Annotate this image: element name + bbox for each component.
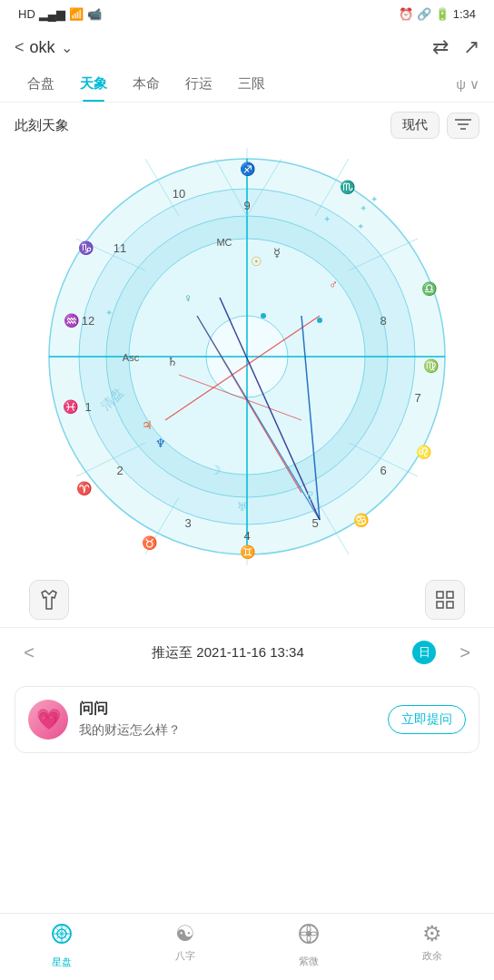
- svg-text:☽: ☽: [210, 463, 222, 477]
- svg-text:♒: ♒: [64, 313, 80, 328]
- chart-bottom-bar: [0, 573, 494, 627]
- svg-text:♐: ♐: [240, 162, 256, 177]
- switch-icon[interactable]: ⇄: [432, 35, 449, 59]
- nav-item-zhengyu[interactable]: ⚙ 政余: [405, 921, 459, 969]
- ask-question-button[interactable]: 立即提问: [388, 705, 466, 734]
- tab-benming[interactable]: 本命: [120, 66, 173, 102]
- svg-text:♆: ♆: [155, 436, 166, 450]
- svg-text:♄: ♄: [167, 355, 178, 368]
- nav-item-ziwei[interactable]: 紫微: [282, 921, 336, 969]
- svg-text:♑: ♑: [78, 240, 94, 256]
- svg-text:7: 7: [414, 391, 420, 405]
- filter-button[interactable]: [447, 113, 479, 139]
- svg-text:✦: ✦: [105, 308, 113, 318]
- svg-text:♅: ♅: [237, 500, 248, 514]
- time-display: 1:34: [453, 7, 476, 21]
- ziwei-icon: [296, 921, 321, 952]
- back-button[interactable]: <: [15, 38, 25, 57]
- svg-text:☉: ☉: [251, 254, 262, 269]
- share-icon[interactable]: ↗: [463, 35, 479, 59]
- tab-heban[interactable]: 合盘: [15, 66, 67, 102]
- tab-bar: 合盘 天象 本命 行运 三限 ψ ∨: [0, 66, 494, 103]
- nav-label-bazi: 八字: [175, 949, 195, 963]
- prev-date-button[interactable]: <: [15, 642, 44, 663]
- svg-text:♇: ♇: [305, 489, 316, 503]
- signal-icon: ▂▄▆: [39, 7, 65, 21]
- svg-text:♌: ♌: [416, 445, 432, 460]
- next-date-button[interactable]: >: [450, 642, 479, 663]
- svg-text:11: 11: [114, 241, 126, 255]
- status-right: ⏰ 🔗 🔋 1:34: [399, 7, 476, 21]
- svg-text:♃: ♃: [142, 418, 153, 432]
- bottom-nav: 星盘 ☯ 八字 紫微 ⚙ 政余: [0, 913, 494, 980]
- avatar-emoji: 💗: [36, 708, 61, 731]
- svg-text:♓: ♓: [63, 399, 79, 415]
- svg-text:♍: ♍: [423, 358, 440, 374]
- grid-icon: [434, 589, 456, 611]
- question-card: 💗 问问 我的财运怎么样？ 立即提问: [15, 686, 479, 753]
- svg-rect-75: [447, 602, 453, 608]
- svg-text:4: 4: [243, 529, 250, 543]
- svg-text:♊: ♊: [240, 544, 256, 560]
- filter-icon: [455, 118, 471, 131]
- tab-chevron-down-icon: ∨: [469, 76, 479, 93]
- svg-text:Asc: Asc: [123, 352, 140, 363]
- svg-text:6: 6: [380, 464, 386, 477]
- svg-text:9: 9: [243, 199, 250, 212]
- bazi-icon: ☯: [175, 921, 195, 946]
- question-title: 问问: [79, 700, 377, 719]
- ziwei-chart-icon: [296, 921, 321, 946]
- tab-sanxian[interactable]: 三限: [225, 66, 278, 102]
- svg-text:♋: ♋: [353, 513, 370, 528]
- star-chart-icon: [49, 921, 74, 946]
- alarm-icon: ⏰: [399, 7, 413, 21]
- svg-rect-72: [437, 592, 443, 598]
- nav-label-xingpan: 星盘: [52, 956, 72, 969]
- svg-text:12: 12: [82, 314, 94, 328]
- toolbar-title: 此刻天象: [15, 117, 69, 134]
- svg-text:3: 3: [184, 516, 191, 530]
- toolbar-controls: 现代: [390, 112, 479, 139]
- tab-tianxiang[interactable]: 天象: [67, 66, 120, 102]
- dropdown-icon[interactable]: ⌄: [61, 39, 73, 56]
- zhengyu-icon: ⚙: [422, 921, 442, 946]
- tab-psi-label: ψ: [456, 76, 466, 92]
- svg-text:5: 5: [311, 516, 318, 530]
- day-badge[interactable]: 日: [412, 641, 436, 664]
- nav-label-ziwei: 紫微: [299, 955, 319, 968]
- tab-more[interactable]: ψ ∨: [456, 76, 479, 93]
- chart-toolbar: 此刻天象 现代: [0, 103, 494, 148]
- svg-text:♈: ♈: [76, 481, 93, 496]
- header-left: < okk ⌄: [15, 38, 73, 57]
- grid-icon-button[interactable]: [425, 580, 465, 620]
- astro-chart-container: 9 10 11 12 1 2 3 4 5 6 7 8 ♐ ♏ ✦ ✦ ♎ ♍ ♌…: [0, 148, 494, 565]
- svg-text:☿: ☿: [273, 246, 281, 260]
- video-icon: 📹: [87, 7, 102, 21]
- clothing-icon: [38, 589, 60, 611]
- svg-text:♎: ♎: [421, 281, 438, 297]
- svg-point-70: [317, 318, 322, 323]
- svg-text:8: 8: [380, 314, 386, 328]
- modern-button[interactable]: 现代: [390, 112, 440, 139]
- svg-text:♂: ♂: [329, 278, 338, 291]
- nav-item-bazi[interactable]: ☯ 八字: [158, 921, 212, 969]
- wifi-icon: 📶: [69, 7, 84, 21]
- nav-item-xingpan[interactable]: 星盘: [35, 921, 89, 969]
- date-navigation: < 推运至 2021-11-16 13:34 日 >: [0, 627, 494, 677]
- tab-xingyun[interactable]: 行运: [173, 66, 225, 102]
- astro-chart: 9 10 11 12 1 2 3 4 5 6 7 8 ♐ ♏ ✦ ✦ ♎ ♍ ♌…: [38, 148, 456, 565]
- svg-text:✦: ✦: [357, 221, 364, 231]
- question-text: 我的财运怎么样？: [79, 722, 377, 739]
- header: < okk ⌄ ⇄ ↗: [0, 28, 494, 66]
- network-icon: HD: [18, 7, 35, 21]
- clothing-icon-button[interactable]: [29, 580, 69, 620]
- svg-rect-74: [437, 602, 443, 608]
- svg-text:♏: ♏: [340, 180, 356, 195]
- svg-text:✦: ✦: [370, 194, 378, 204]
- svg-text:♀: ♀: [183, 291, 193, 305]
- bluetooth-icon: 🔗: [417, 7, 431, 21]
- svg-text:✦: ✦: [360, 203, 367, 213]
- date-nav-label: 推运至 2021-11-16 13:34: [58, 644, 398, 662]
- status-left: HD ▂▄▆ 📶 📹: [18, 7, 102, 21]
- svg-text:MC: MC: [216, 237, 232, 248]
